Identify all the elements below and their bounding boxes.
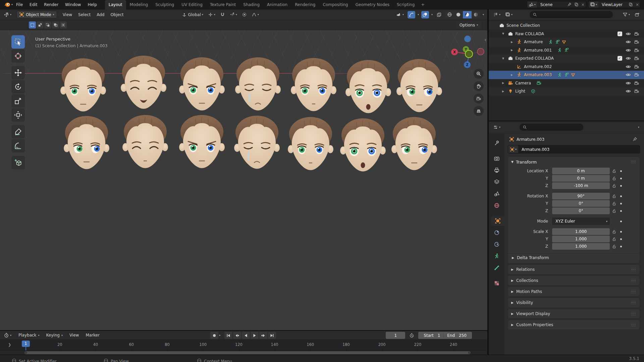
outliner-row[interactable]: Armature.003 ✓ xyxy=(489,71,644,79)
pin-id-button[interactable] xyxy=(632,137,637,142)
pin-scene-icon[interactable] xyxy=(566,2,573,7)
select-extend-button[interactable] xyxy=(37,21,44,28)
outliner-row[interactable]: Armature ✓ xyxy=(489,38,644,46)
disclosure-triangle-icon[interactable] xyxy=(511,49,517,52)
character-head-calm[interactable] xyxy=(285,115,336,172)
play-reverse-button[interactable] xyxy=(242,332,250,339)
properties-tab[interactable] xyxy=(489,189,504,199)
shading-wireframe-button[interactable] xyxy=(445,11,454,18)
shading-material-button[interactable] xyxy=(463,11,472,18)
collapsed-panel[interactable]: ▶ Viewport Display :::::::: xyxy=(508,309,639,318)
disable-in-renders-toggle[interactable] xyxy=(634,72,639,77)
outliner-display-mode-button[interactable]: ▾ xyxy=(503,11,514,18)
outliner-editor-type-button[interactable]: ▾ xyxy=(491,11,502,18)
end-frame-field[interactable]: End 250 xyxy=(444,333,470,338)
workspace-tab[interactable]: Geometry Nodes xyxy=(352,0,393,9)
properties-tab[interactable] xyxy=(489,239,504,249)
animate-property-dot[interactable] xyxy=(619,246,623,247)
scene-browse-button[interactable]: ▾ xyxy=(527,1,537,8)
properties-tab[interactable] xyxy=(489,278,504,288)
tool-select-box-button[interactable] xyxy=(11,35,25,49)
transform-panel-header[interactable]: ▼ Transform :::::::: xyxy=(508,157,639,167)
character-head-cry[interactable] xyxy=(233,55,283,112)
viewport-menu-item[interactable]: Select xyxy=(75,11,94,18)
disable-in-renders-toggle[interactable] xyxy=(634,39,639,45)
auto-keying-toggle[interactable] xyxy=(210,332,218,339)
select-set-button[interactable] xyxy=(29,21,36,28)
properties-tab[interactable] xyxy=(489,263,504,273)
animate-property-dot[interactable] xyxy=(619,185,623,187)
sidebar-collapse-arrow[interactable]: ‹ xyxy=(484,37,486,43)
disclosure-triangle-icon[interactable] xyxy=(511,41,517,44)
character-head-joy[interactable] xyxy=(118,54,169,111)
new-scene-button[interactable] xyxy=(573,2,580,7)
jump-to-start-button[interactable] xyxy=(224,332,232,339)
workspace-tab[interactable]: Scripting xyxy=(393,0,418,9)
gizmo-dropdown-icon[interactable]: ▾ xyxy=(418,13,419,16)
character-head-content[interactable] xyxy=(120,113,170,170)
character-head-cry[interactable] xyxy=(232,114,282,171)
property-value-field[interactable]: XYZ Euler ▾ xyxy=(552,218,610,225)
workspace-tab[interactable]: Rendering xyxy=(291,0,319,9)
outliner-row[interactable]: Armature.002 ✓ xyxy=(489,63,644,71)
animate-property-dot[interactable] xyxy=(619,203,623,204)
properties-editor-type-button[interactable]: ▾ xyxy=(491,124,502,131)
delta-transform-subpanel[interactable]: ▶ Delta Transform xyxy=(508,253,639,262)
object-browse-button[interactable]: ▾ xyxy=(508,145,518,153)
delete-viewlayer-button[interactable]: × xyxy=(634,2,640,7)
tool-scale-button[interactable] xyxy=(11,94,25,108)
keying-dropdown-icon[interactable]: ▾ xyxy=(219,334,220,337)
viewlayer-name[interactable]: ViewLayer xyxy=(598,2,627,7)
hide-in-viewport-toggle[interactable] xyxy=(626,72,631,77)
panel-grip-icon[interactable]: :::::::: xyxy=(631,312,636,315)
panel-grip-icon[interactable]: :::::::: xyxy=(631,301,636,304)
current-frame-playhead[interactable]: 1 xyxy=(22,341,30,347)
pivot-point-dropdown[interactable]: ▾ xyxy=(206,11,217,18)
properties-tab[interactable] xyxy=(489,138,504,148)
lock-icon[interactable] xyxy=(610,237,619,241)
topbar-menu-item[interactable]: Help xyxy=(84,1,100,8)
add-workspace-button[interactable]: + xyxy=(418,1,427,8)
collapsed-panel[interactable]: ▶ Custom Properties :::::::: xyxy=(508,320,639,329)
play-button[interactable] xyxy=(251,332,259,339)
new-collection-button[interactable] xyxy=(633,11,641,18)
panel-grip-icon[interactable]: :::::::: xyxy=(631,279,636,282)
lock-icon[interactable] xyxy=(610,194,619,198)
disclosure-triangle-icon[interactable] xyxy=(502,32,508,35)
outliner-row[interactable]: Scene Collection ✓ xyxy=(489,21,644,30)
mode-selector[interactable]: Object Mode ▾ xyxy=(16,11,57,18)
proportional-falloff-dropdown[interactable]: ▾ xyxy=(250,11,261,18)
character-head-shock[interactable] xyxy=(343,58,393,115)
collapsed-panel[interactable]: ▶ Collections :::::::: xyxy=(508,276,639,285)
outliner-row[interactable]: Light ✓ xyxy=(489,87,644,96)
properties-tab[interactable] xyxy=(489,165,504,175)
hide-in-viewport-toggle[interactable] xyxy=(626,56,631,61)
lock-icon[interactable] xyxy=(610,169,619,173)
workspace-tab[interactable]: Texture Paint xyxy=(206,0,239,9)
viewlayer-browse-button[interactable]: ▾ xyxy=(589,1,598,8)
timeline-editor-type-button[interactable]: ▾ xyxy=(2,331,13,339)
topbar-menu-item[interactable]: File xyxy=(13,1,26,8)
timeline-menu-item[interactable]: Marker ▾ xyxy=(83,331,102,339)
current-frame-field[interactable]: 1 xyxy=(386,332,405,339)
workspace-tab[interactable]: Compositing xyxy=(319,0,352,9)
lock-icon[interactable] xyxy=(610,229,619,234)
disable-in-renders-toggle[interactable] xyxy=(634,80,639,86)
collapsed-panel[interactable]: ▶ Relations :::::::: xyxy=(508,265,639,274)
tool-move-button[interactable] xyxy=(11,66,25,79)
character-head-glance[interactable] xyxy=(394,57,444,114)
pan-button[interactable] xyxy=(474,81,484,91)
show-gizmo-toggle[interactable] xyxy=(408,11,415,18)
ortho-toggle-button[interactable] xyxy=(474,106,484,116)
workspace-tab[interactable]: Sculpting xyxy=(152,0,178,9)
xray-toggle[interactable] xyxy=(435,11,443,18)
select-intersect-button[interactable] xyxy=(60,21,67,28)
gizmo-axis-ball[interactable] xyxy=(477,48,484,55)
property-value-field[interactable]: -100 m ▾ xyxy=(552,182,610,189)
property-value-field[interactable]: 0° ▾ xyxy=(552,200,610,207)
hide-in-viewport-toggle[interactable] xyxy=(626,31,631,37)
outliner-row[interactable]: Raw COLLADA ✓ xyxy=(489,30,644,38)
hide-in-viewport-toggle[interactable] xyxy=(626,64,631,69)
outliner-row[interactable]: Armature.001 ✓ xyxy=(489,46,644,55)
shading-rendered-button[interactable] xyxy=(472,11,480,18)
